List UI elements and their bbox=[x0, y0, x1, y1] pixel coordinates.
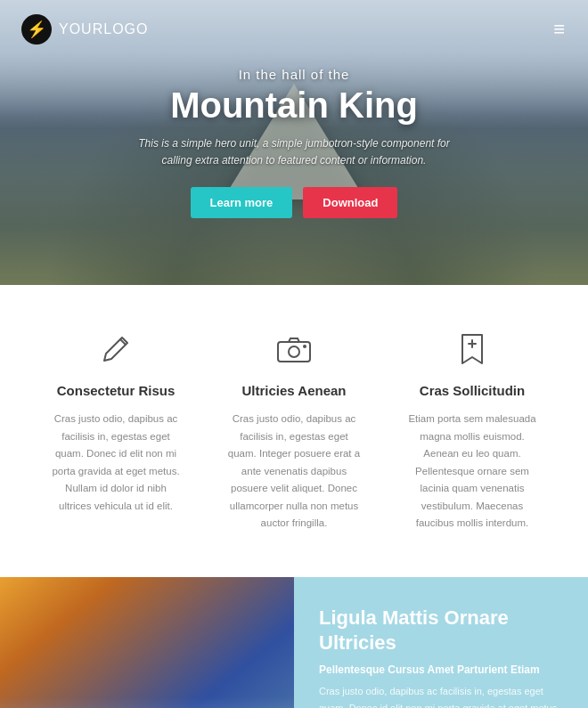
split-text: Cras justo odio, dapibus ac facilisis in… bbox=[319, 683, 563, 708]
feature-title-2: Ultricies Aenean bbox=[226, 383, 362, 398]
hero-title: Mountain King bbox=[125, 85, 463, 125]
feature-title-1: Consectetur Risus bbox=[48, 383, 184, 398]
download-button[interactable]: Download bbox=[303, 187, 397, 218]
split-subtitle: Pellentesque Cursus Amet Parturient Etia… bbox=[319, 663, 563, 676]
features-section: Consectetur Risus Cras justo odio, dapib… bbox=[0, 285, 588, 577]
logo-text: YOURLOGO bbox=[59, 21, 148, 37]
navbar: ⚡ YOURLOGO ≡ bbox=[0, 0, 588, 59]
split-content: Ligula Mattis Ornare Ultricies Pellentes… bbox=[294, 577, 588, 708]
svg-point-1 bbox=[289, 346, 299, 357]
feature-text-2: Cras justo odio, dapibus ac facilisis in… bbox=[226, 411, 362, 533]
hamburger-menu[interactable]: ≡ bbox=[553, 18, 567, 41]
logo-icon: ⚡ bbox=[21, 14, 52, 45]
hero-buttons: Learn more Download bbox=[125, 187, 463, 218]
split-section: Ligula Mattis Ornare Ultricies Pellentes… bbox=[0, 577, 588, 708]
feature-item-2: Ultricies Aenean Cras justo odio, dapibu… bbox=[205, 330, 383, 533]
split-title: Ligula Mattis Ornare Ultricies bbox=[319, 606, 563, 656]
logo-logo: LOGO bbox=[103, 21, 148, 37]
bookmark-icon bbox=[453, 330, 492, 369]
feature-text-1: Cras justo odio, dapibus ac facilisis in… bbox=[48, 411, 184, 515]
hero-content: In the hall of the Mountain King This is… bbox=[125, 67, 463, 218]
logo-your: YOUR bbox=[59, 21, 103, 37]
feature-text-3: Etiam porta sem malesuada magna mollis e… bbox=[404, 411, 540, 533]
hero-subtitle: In the hall of the bbox=[125, 67, 463, 82]
feature-title-3: Cras Sollicitudin bbox=[404, 383, 540, 398]
svg-point-2 bbox=[303, 345, 306, 348]
learn-more-button[interactable]: Learn more bbox=[191, 187, 293, 218]
split-image bbox=[0, 577, 294, 708]
feature-item-1: Consectetur Risus Cras justo odio, dapib… bbox=[27, 330, 205, 533]
logo-area: ⚡ YOURLOGO bbox=[21, 14, 148, 45]
pencil-icon bbox=[96, 330, 135, 369]
hero-description: This is a simple hero unit, a simple jum… bbox=[125, 135, 463, 169]
feature-item-3: Cras Sollicitudin Etiam porta sem malesu… bbox=[383, 330, 561, 533]
camera-icon bbox=[274, 330, 314, 369]
